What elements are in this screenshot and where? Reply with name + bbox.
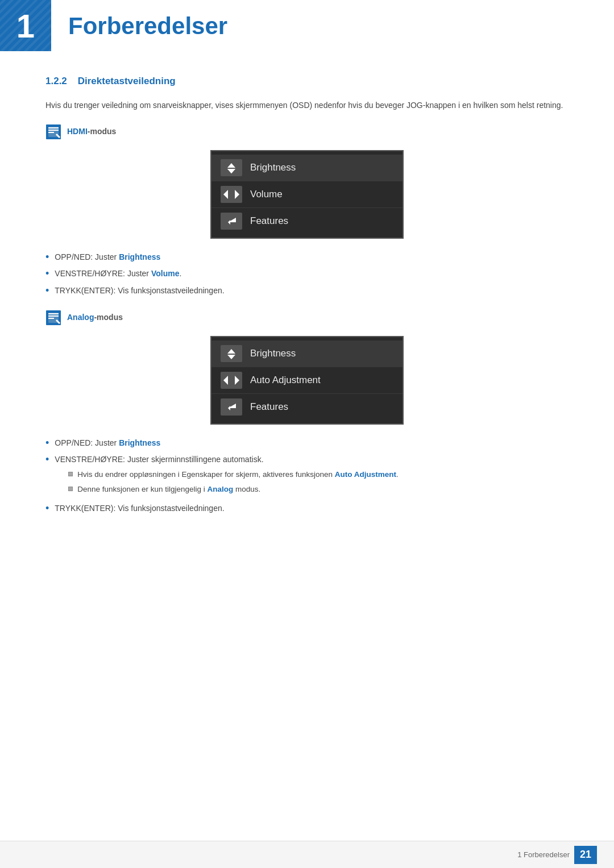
hdmi-bullet-list: • OPP/NED: Juster Brightness • VENSTRE/H… bbox=[45, 251, 569, 297]
brightness-highlight-1: Brightness bbox=[119, 252, 160, 261]
volume-highlight: Volume bbox=[151, 269, 180, 278]
section-heading: 1.2.2 Direktetastveiledning bbox=[45, 74, 569, 89]
hdmi-highlight: HDMI bbox=[67, 127, 88, 136]
hdmi-osd-menu: Brightness Volume bbox=[210, 150, 404, 239]
footer-text: 1 Forberedelser bbox=[517, 849, 570, 861]
analog-note-icon bbox=[45, 310, 61, 326]
osd-icon-leftright-1 bbox=[221, 186, 242, 203]
chapter-number: 1 bbox=[16, 1, 35, 51]
osd-icon-updown-1 bbox=[221, 159, 242, 176]
svg-marker-7 bbox=[227, 169, 235, 173]
analog-osd-container: Brightness Auto Adjustment bbox=[45, 336, 569, 425]
bullet-volume-hdmi: • VENSTRE/HØYRE: Juster Volume. bbox=[45, 268, 569, 280]
auto-adjustment-highlight: Auto Adjustment bbox=[335, 470, 396, 479]
osd-row-brightness-analog: Brightness bbox=[211, 340, 403, 367]
osd-row-brightness-hdmi: Brightness bbox=[211, 155, 403, 181]
analog-note-block: Analog-modus bbox=[45, 310, 569, 326]
osd-brightness-label-2: Brightness bbox=[250, 346, 296, 361]
sub-bullet-analog-mode: Denne funksjonen er kun tilgjengelig i A… bbox=[68, 484, 399, 495]
osd-brightness-label-1: Brightness bbox=[250, 160, 296, 175]
analog-osd-menu: Brightness Auto Adjustment bbox=[210, 336, 404, 425]
osd-icon-enter-1 bbox=[221, 213, 242, 230]
section-number: 1.2.2 bbox=[45, 76, 67, 86]
hdmi-osd-container: Brightness Volume bbox=[45, 150, 569, 239]
analog-sub-bullets: Hvis du endrer oppløsningen i Egenskaper… bbox=[68, 469, 399, 495]
analog-note-label: Analog-modus bbox=[67, 312, 123, 323]
hdmi-suffix: -modus bbox=[88, 127, 117, 136]
bullet-brightness-analog: • OPP/NED: Juster Brightness bbox=[45, 437, 569, 450]
hdmi-note-label: HDMI-modus bbox=[67, 126, 116, 138]
bullet-enter-analog: • TRYKK(ENTER): Vis funksjonstastveiledn… bbox=[45, 502, 569, 515]
svg-marker-16 bbox=[227, 355, 235, 359]
svg-marker-9 bbox=[235, 190, 239, 199]
page-number: 21 bbox=[574, 846, 597, 864]
bullet-enter-hdmi: • TRYKK(ENTER): Vis funksjonstastveiledn… bbox=[45, 285, 569, 297]
analog-bullet-list: • OPP/NED: Juster Brightness • VENSTRE/H… bbox=[45, 437, 569, 515]
bullet-brightness-hdmi: • OPP/NED: Juster Brightness bbox=[45, 251, 569, 264]
osd-row-features-hdmi: Features bbox=[211, 208, 403, 234]
page-footer: 1 Forberedelser 21 bbox=[0, 841, 614, 868]
svg-marker-17 bbox=[223, 376, 228, 385]
osd-icon-enter-2 bbox=[221, 398, 242, 416]
section-title: Direktetastveiledning bbox=[78, 76, 176, 86]
osd-icon-updown-2 bbox=[221, 345, 242, 362]
osd-row-volume-hdmi: Volume bbox=[211, 181, 403, 208]
chapter-title: Forberedelser bbox=[68, 8, 227, 44]
sub-bullet-icon-2 bbox=[68, 487, 73, 491]
osd-features-label-1: Features bbox=[250, 214, 288, 229]
analog-highlight: Analog bbox=[67, 313, 94, 322]
hdmi-note-block: HDMI-modus bbox=[45, 124, 569, 140]
svg-marker-15 bbox=[227, 349, 235, 354]
chapter-number-block: 1 bbox=[0, 0, 51, 51]
osd-icon-leftright-2 bbox=[221, 372, 242, 389]
brightness-highlight-2: Brightness bbox=[119, 438, 160, 447]
osd-volume-label: Volume bbox=[250, 187, 283, 202]
osd-row-auto-analog: Auto Adjustment bbox=[211, 367, 403, 394]
page-header: 1 Forberedelser bbox=[0, 0, 614, 51]
osd-auto-label: Auto Adjustment bbox=[250, 373, 321, 388]
sub-bullet-auto: Hvis du endrer oppløsningen i Egenskaper… bbox=[68, 469, 399, 480]
svg-marker-8 bbox=[223, 190, 228, 199]
section-description: Hvis du trenger veiledning om snarveiskn… bbox=[45, 99, 569, 111]
osd-features-label-2: Features bbox=[250, 400, 288, 414]
sub-bullet-icon-1 bbox=[68, 472, 73, 476]
svg-marker-18 bbox=[235, 376, 239, 385]
main-content: 1.2.2 Direktetastveiledning Hvis du tren… bbox=[0, 74, 614, 572]
osd-row-features-analog: Features bbox=[211, 394, 403, 420]
note-icon bbox=[45, 124, 61, 140]
analog-mode-highlight: Analog bbox=[207, 485, 233, 493]
bullet-left-right-analog: • VENSTRE/HØYRE: Juster skjerminnstillin… bbox=[45, 454, 569, 498]
analog-suffix: -modus bbox=[94, 313, 123, 322]
svg-marker-5 bbox=[227, 163, 235, 168]
chapter-title-block: Forberedelser bbox=[51, 0, 227, 51]
